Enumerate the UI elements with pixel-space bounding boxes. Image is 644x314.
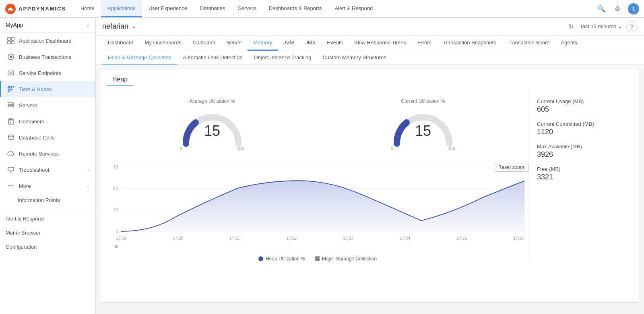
tab-transaction-score[interactable]: Transaction Score <box>502 35 555 51</box>
sidebar-item-business-transactions[interactable]: Business Transactions <box>0 49 95 65</box>
tab-dashboard[interactable]: Dashboard <box>102 35 139 51</box>
help-button[interactable]: ? <box>626 21 638 32</box>
sidebar-item-remote-services-label: Remote Services <box>19 151 59 157</box>
sidebar-item-remote-services[interactable]: Remote Services <box>0 146 95 162</box>
sidebar-item-more[interactable]: More ⌄ <box>0 178 95 194</box>
sidebar-item-metric-browser[interactable]: Metric Browser <box>0 226 95 240</box>
stat-free-value: 3321 <box>537 173 625 181</box>
chart-body: Average Utilization % 15 <box>107 90 633 262</box>
tab-transaction-snapshots[interactable]: Transaction Snapshots <box>437 35 502 51</box>
sidebar-item-troubleshoot[interactable]: Troubleshoot › <box>0 162 95 178</box>
svg-text:20: 20 <box>113 186 118 191</box>
nav-dashboards[interactable]: Dashboards & Reports <box>262 0 328 17</box>
svg-rect-2 <box>8 37 10 40</box>
tab2-object-instance[interactable]: Object Instance Tracking <box>248 51 317 64</box>
sidebar-item-app-dashboard-label: Application Dashboard <box>19 38 72 44</box>
sidebar-item-tiers-nodes-label: Tiers & Nodes <box>19 86 52 92</box>
sidebar-item-servers[interactable]: Servers <box>0 97 95 113</box>
refresh-button[interactable]: ↻ <box>566 21 577 32</box>
sidebar-item-containers-label: Containers <box>19 119 44 125</box>
nav-items: Home Applications User Experience Databa… <box>74 0 596 17</box>
stat-max-available: Max Available (MB) 3926 <box>537 143 625 159</box>
sidebar-item-tiers-nodes[interactable]: Tiers & Nodes <box>0 81 95 97</box>
tab-container[interactable]: Container <box>187 35 221 51</box>
sidebar-item-database-calls[interactable]: Database Calls <box>0 129 95 146</box>
logo: APPDYNAMICS <box>5 3 66 15</box>
nav-applications[interactable]: Applications <box>101 0 142 17</box>
tab-agents[interactable]: Agents <box>555 35 583 51</box>
nav-servers[interactable]: Servers <box>231 0 262 17</box>
sidebar-item-containers[interactable]: Containers <box>0 113 95 129</box>
tab-jmx[interactable]: JMX <box>299 35 321 51</box>
sidebar-item-app-dashboard[interactable]: Application Dashboard <box>0 33 95 49</box>
building-icon <box>7 117 15 125</box>
tab-errors[interactable]: Errors <box>412 35 437 51</box>
nav-right: 🔍 ⚙ 1 <box>596 3 639 15</box>
stat-current-usage-label: Current Usage (MB) <box>537 98 625 104</box>
svg-text:17:19: 17:19 <box>116 236 126 241</box>
tab-jvm[interactable]: JVM <box>278 35 299 51</box>
tab-slow-response-times[interactable]: Slow Response Times <box>349 35 412 51</box>
gauge2-min: 0 <box>391 146 393 151</box>
gauge1-range: 0 100 <box>180 146 244 151</box>
grid-icon <box>7 37 15 45</box>
svg-text:17:20: 17:20 <box>173 236 183 241</box>
gauge2-value: 15 <box>415 123 431 139</box>
svg-point-1 <box>9 8 12 11</box>
svg-text:17:21: 17:21 <box>229 236 240 241</box>
sidebar-item-business-transactions-label: Business Transactions <box>19 54 71 60</box>
time-chevron-icon: ⌄ <box>618 23 622 29</box>
svg-text:0: 0 <box>116 229 118 234</box>
stat-max-available-label: Max Available (MB) <box>537 143 625 150</box>
svg-rect-13 <box>8 89 10 91</box>
svg-text:17:22: 17:22 <box>286 236 297 241</box>
tab-my-dashboards[interactable]: My Dashboards <box>139 35 187 51</box>
chart-title-row: Heap <box>107 74 633 86</box>
sidebar-header[interactable]: MyApp ⌄ <box>0 18 95 33</box>
sidebar-item-configuration[interactable]: Configuration <box>0 240 95 254</box>
sidebar: MyApp ⌄ Application Dashboard Business T… <box>0 18 96 314</box>
svg-point-9 <box>10 72 12 74</box>
svg-text:10: 10 <box>113 207 118 212</box>
nav-home[interactable]: Home <box>74 0 101 17</box>
legend-heap-utilization: Heap Utilization % <box>258 256 305 262</box>
svg-rect-14 <box>10 89 12 91</box>
user-avatar[interactable]: 1 <box>628 3 639 15</box>
tab-events[interactable]: Events <box>321 35 349 51</box>
tab-server[interactable]: Server <box>221 35 248 51</box>
nav-databases[interactable]: Databases <box>194 0 231 17</box>
sidebar-sub-item-information-points[interactable]: Information Points <box>0 194 95 206</box>
svg-rect-12 <box>13 86 14 88</box>
sidebar-item-service-endpoints-label: Service Endpoints <box>19 70 61 76</box>
tab-memory[interactable]: Memory <box>248 35 278 51</box>
svg-rect-3 <box>11 37 14 40</box>
logo-text: APPDYNAMICS <box>19 6 66 12</box>
sidebar-item-service-endpoints[interactable]: Service Endpoints <box>0 65 95 81</box>
stat-current-committed: Current Committed (MB) 1120 <box>537 121 625 136</box>
nav-user-experience[interactable]: User Experience <box>142 0 194 17</box>
app-subheader: nefarian ⌄ ↻ last 15 minutes ⌄ ? <box>96 18 644 35</box>
sidebar-item-alert-respond[interactable]: Alert & Respond <box>0 212 95 226</box>
tab2-heap-gc[interactable]: Heap & Garbage Collection <box>102 51 177 64</box>
settings-button[interactable]: ⚙ <box>612 3 623 15</box>
sidebar-item-servers-label: Servers <box>19 102 37 108</box>
svg-point-28 <box>10 185 12 187</box>
time-label: last 15 minutes <box>581 23 616 29</box>
search-button[interactable]: 🔍 <box>596 3 607 15</box>
svg-text:17:24: 17:24 <box>400 236 410 241</box>
app-name-chevron-icon[interactable]: ⌄ <box>132 23 136 29</box>
reset-zoom-button[interactable]: Reset zoom <box>494 163 528 172</box>
svg-rect-11 <box>10 86 12 88</box>
tab2-auto-leak[interactable]: Automatic Leak Detection <box>177 51 248 64</box>
nav-alert[interactable]: Alert & Respond <box>328 0 379 17</box>
more-chevron-icon: ⌄ <box>86 183 90 189</box>
gauge1-label: Average Utilization % <box>189 98 235 104</box>
top-navigation: APPDYNAMICS Home Applications User Exper… <box>0 0 644 18</box>
content-area: nefarian ⌄ ↻ last 15 minutes ⌄ ? Dashboa… <box>96 18 644 314</box>
line-chart-svg: 30 20 10 0 <box>107 163 528 252</box>
time-selector[interactable]: last 15 minutes ⌄ <box>581 23 622 29</box>
tab2-custom-memory[interactable]: Custom Memory Structures <box>317 51 392 64</box>
logo-icon <box>5 3 16 15</box>
chart-left: Average Utilization % 15 <box>107 90 528 262</box>
gauge-current-utilization: Current Utilization % 15 0 <box>389 98 457 151</box>
